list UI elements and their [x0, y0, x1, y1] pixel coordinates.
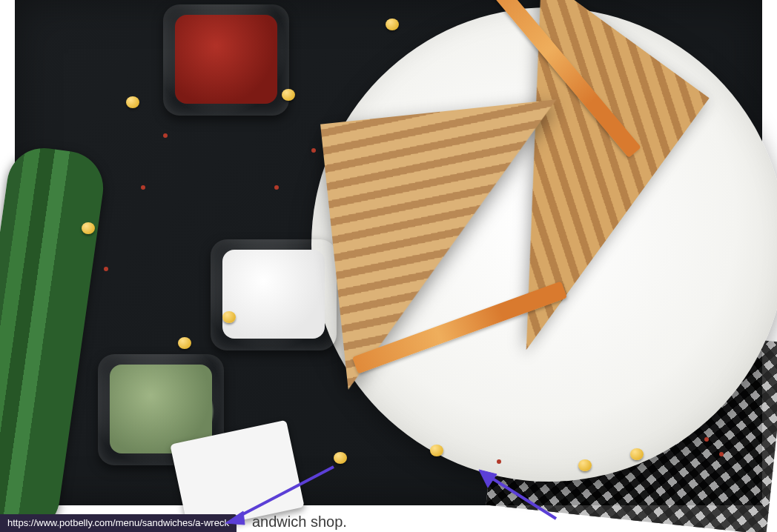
chili-flake — [163, 133, 168, 138]
corn-kernel — [630, 448, 644, 460]
article-hero-image — [15, 0, 762, 505]
browser-link-preview: https://www.potbelly.com/menu/sandwiches… — [0, 514, 237, 532]
corn-kernel — [178, 337, 191, 349]
sandwich-half-front — [320, 99, 584, 389]
chili-flake — [497, 459, 501, 464]
corn-kernel — [578, 459, 592, 471]
corn-kernel — [386, 19, 399, 30]
corn-kernel — [222, 311, 236, 323]
svg-marker-3 — [479, 470, 497, 488]
annotation-arrow-left — [222, 459, 341, 526]
svg-line-0 — [237, 467, 334, 517]
corn-kernel — [82, 222, 95, 234]
sauce-cup-mayonnaise — [211, 239, 337, 350]
chili-flake — [719, 452, 724, 456]
svg-line-2 — [488, 476, 556, 519]
viewport: andwich shop. https://www.potbelly.com/m… — [0, 0, 777, 532]
annotation-arrow-right — [475, 467, 563, 526]
corn-kernel — [430, 445, 443, 456]
chili-flake — [311, 148, 316, 153]
svg-marker-1 — [225, 511, 245, 525]
chili-flake — [274, 185, 279, 190]
corn-kernel — [282, 89, 295, 101]
corn-kernel — [126, 96, 139, 108]
chili-flake — [141, 185, 145, 190]
sauce-cup-ketchup — [163, 4, 289, 116]
chili-flake — [104, 267, 108, 271]
chili-flake — [704, 437, 709, 442]
scallions — [0, 143, 108, 532]
